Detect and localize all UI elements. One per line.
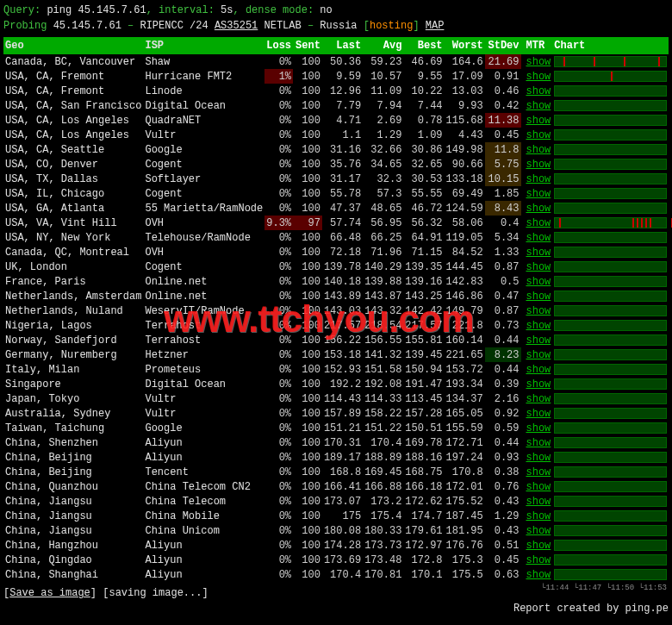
chart-bar	[554, 349, 667, 360]
mtr-show-link[interactable]: show	[526, 159, 551, 171]
mtr-show-link[interactable]: show	[526, 525, 551, 537]
chart-bar	[554, 525, 667, 536]
mtr-show-link[interactable]: show	[526, 393, 551, 405]
table-row: USA, GA, Atlanta55 Marietta/RamNode0%100…	[3, 201, 669, 216]
table-row: USA, CA, FremontHurricane FMT21%1009.591…	[3, 69, 669, 84]
chart-bar	[554, 71, 667, 82]
mtr-show-link[interactable]: show	[526, 364, 551, 376]
table-row: Canada, QC, MontrealOVH0%10072.1871.9671…	[3, 245, 669, 259]
table-row: China, HangzhouAliyun0%100174.28173.7317…	[3, 538, 669, 553]
mtr-show-link[interactable]: show	[526, 452, 551, 464]
chart-bar	[554, 100, 667, 111]
table-row: SingaporeDigital Ocean0%100192.2192.0819…	[3, 377, 669, 391]
as-link[interactable]: AS35251	[215, 20, 258, 32]
chart-bar	[554, 85, 667, 97]
query-line: Query: ping 45.145.7.61, interval: 5s, d…	[3, 4, 669, 16]
table-row: Australia, SydneyVultr0%100157.89158.221…	[3, 406, 669, 421]
table-row: Taiwan, TaichungGoogle0%100151.21151.221…	[3, 421, 669, 435]
chart-bar	[554, 115, 667, 126]
chart-bar	[554, 334, 667, 346]
table-row: China, QingdaoAliyun0%100173.69173.48172…	[3, 553, 669, 567]
mtr-show-link[interactable]: show	[526, 305, 551, 317]
table-row: China, BeijingTencent0%100168.8169.45168…	[3, 465, 669, 479]
table-row: Nigeria, LagosTerrahost0%100217.57218.54…	[3, 318, 669, 333]
mtr-show-link[interactable]: show	[526, 217, 551, 229]
chart-bar	[554, 422, 667, 434]
mtr-show-link[interactable]: show	[526, 466, 551, 478]
chart-bar	[554, 203, 667, 214]
mtr-show-link[interactable]: show	[526, 56, 551, 68]
chart-bar	[554, 569, 667, 580]
chart-axis: └11:44└11:47└11:50└11:53	[539, 584, 669, 599]
chart-bar	[554, 496, 667, 507]
mtr-show-link[interactable]: show	[526, 144, 551, 156]
chart-bar	[554, 56, 667, 67]
chart-bar	[554, 452, 667, 463]
chart-bar	[554, 159, 667, 170]
chart-bar	[554, 291, 667, 302]
chart-bar	[554, 232, 667, 243]
mtr-show-link[interactable]: show	[526, 100, 551, 112]
table-header: Geo ISP Loss Sent Last Avg Best Worst St…	[3, 37, 669, 54]
mtr-show-link[interactable]: show	[526, 496, 551, 508]
mtr-show-link[interactable]: show	[526, 261, 551, 273]
mtr-show-link[interactable]: show	[526, 291, 551, 303]
table-row: Netherlands, AmsterdamOnline.net0%100143…	[3, 289, 669, 303]
table-row: Japan, TokyoVultr0%100114.43114.33113.45…	[3, 391, 669, 406]
chart-bar	[554, 261, 667, 272]
mtr-show-link[interactable]: show	[526, 569, 551, 581]
table-row: USA, CA, San FranciscoDigital Ocean0%100…	[3, 98, 669, 113]
table-row: USA, CA, Los AngelesQuadraNET0%1004.712.…	[3, 113, 669, 128]
mtr-show-link[interactable]: show	[526, 320, 551, 332]
table-row: China, BeijingAliyun0%100189.17188.89188…	[3, 450, 669, 465]
mtr-show-link[interactable]: show	[526, 129, 551, 141]
probe-line: Probing 45.145.7.61 – RIPENCC /24 AS3525…	[3, 20, 669, 32]
mtr-show-link[interactable]: show	[526, 510, 551, 522]
chart-bar	[554, 217, 667, 228]
chart-bar	[554, 364, 667, 375]
table-row: France, ParisOnline.net0%100140.18139.88…	[3, 274, 669, 289]
chart-bar	[554, 481, 667, 492]
mtr-show-link[interactable]: show	[526, 554, 551, 566]
footer-left: [Save as image] [saving image...]	[3, 587, 208, 599]
mtr-show-link[interactable]: show	[526, 349, 551, 361]
table-row: China, ShanghaiAliyun0%100170.4170.81170…	[3, 567, 669, 582]
mtr-show-link[interactable]: show	[526, 203, 551, 215]
map-link[interactable]: MAP	[426, 20, 445, 32]
mtr-show-link[interactable]: show	[526, 173, 551, 185]
chart-bar	[554, 393, 667, 404]
mtr-show-link[interactable]: show	[526, 232, 551, 244]
mtr-show-link[interactable]: show	[526, 437, 551, 449]
chart-bar	[554, 378, 667, 390]
table-row: USA, CA, FremontLinode0%10012.9611.0910.…	[3, 84, 669, 98]
mtr-show-link[interactable]: show	[526, 540, 551, 552]
mtr-show-link[interactable]: show	[526, 247, 551, 259]
chart-bar	[554, 129, 667, 141]
save-as-image-link[interactable]: Save as image	[9, 587, 90, 599]
table-row: China, JiangsuChina Mobile0%100175175.41…	[3, 509, 669, 523]
chart-bar	[554, 408, 667, 419]
mtr-show-link[interactable]: show	[526, 85, 551, 97]
table-row: Italy, MilanPrometeus0%100152.93151.5815…	[3, 362, 669, 377]
table-row: Germany, NurembergHetzner0%100153.18141.…	[3, 347, 669, 362]
table-row: China, JiangsuChina Telecom0%100173.0717…	[3, 494, 669, 509]
results-table: Geo ISP Loss Sent Last Avg Best Worst St…	[3, 37, 669, 582]
mtr-show-link[interactable]: show	[526, 188, 551, 200]
mtr-show-link[interactable]: show	[526, 115, 551, 127]
mtr-show-link[interactable]: show	[526, 408, 551, 420]
mtr-show-link[interactable]: show	[526, 422, 551, 434]
mtr-show-link[interactable]: show	[526, 378, 551, 391]
table-row: USA, IL, ChicagoCogent0%10055.7857.355.5…	[3, 186, 669, 201]
saving-status: saving image...	[109, 587, 202, 599]
mtr-show-link[interactable]: show	[526, 276, 551, 288]
mtr-show-link[interactable]: show	[526, 481, 551, 493]
chart-bar	[554, 437, 667, 448]
table-row: USA, CA, Los AngelesVultr0%1001.11.291.0…	[3, 128, 669, 142]
chart-bar	[554, 276, 667, 287]
chart-bar	[554, 554, 667, 566]
chart-bar	[554, 320, 667, 331]
mtr-show-link[interactable]: show	[526, 71, 551, 83]
mtr-show-link[interactable]: show	[526, 334, 551, 347]
chart-bar	[554, 305, 667, 316]
chart-bar	[554, 510, 667, 522]
